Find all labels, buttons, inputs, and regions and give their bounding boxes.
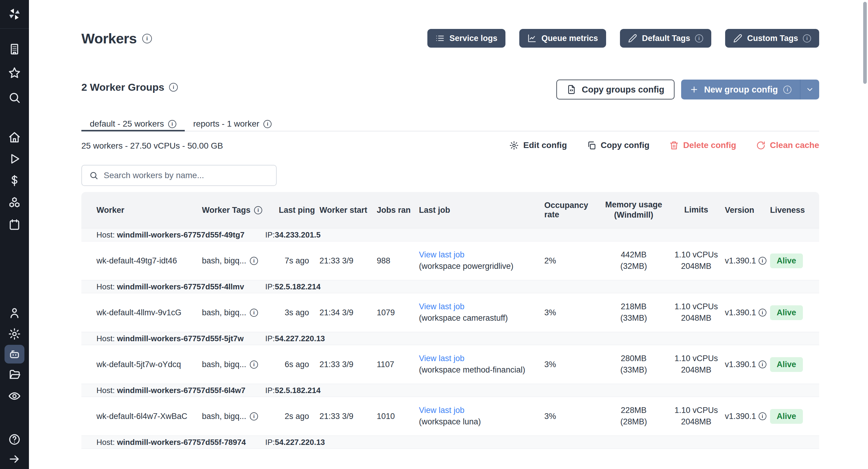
new-group-config-main[interactable]: New group config i <box>681 80 800 99</box>
version-info-icon[interactable]: i <box>758 257 767 264</box>
main-content: Workers i Service logsQueue metricsDefau… <box>29 0 868 469</box>
tab-info-icon[interactable]: i <box>264 120 272 128</box>
search-icon[interactable] <box>8 91 21 104</box>
new-group-config-button[interactable]: New group config i <box>681 80 819 99</box>
liveness: Alive <box>770 357 816 372</box>
scrollbar-thumb[interactable] <box>863 2 867 84</box>
column-header-5: Last job <box>419 206 539 215</box>
worker-row-0-0: wk-default-49tg7-idt46bash, bigq...i7s a… <box>82 242 819 280</box>
host-name: Host: windmill-workers-67757d55f-6l4w7 <box>96 386 265 395</box>
version-text: v1.390.1 <box>725 256 756 265</box>
building-icon[interactable] <box>8 43 21 56</box>
column-header-10: Liveness <box>770 206 816 215</box>
user-icon[interactable] <box>8 307 21 319</box>
memory-total: 228MB <box>600 405 668 416</box>
worker-tags-info-icon[interactable]: i <box>250 257 258 265</box>
view-last-job-link[interactable]: View last job <box>419 250 464 259</box>
column-header-label: Last ping <box>279 206 315 215</box>
host-ip: IP:52.5.182.214 <box>265 282 321 291</box>
view-last-job-link[interactable]: View last job <box>419 406 464 415</box>
worker-tags-info-icon[interactable]: i <box>250 361 258 369</box>
limit-cpu: 1.10 vCPUs <box>668 249 725 261</box>
action-label: Delete config <box>683 140 736 150</box>
version: v1.390.1i <box>725 412 770 421</box>
queue-metrics-button[interactable]: Queue metrics <box>519 29 606 48</box>
new-group-config-dropdown[interactable] <box>801 80 819 99</box>
limit-memory: 2048MB <box>668 365 725 376</box>
copy-icon <box>587 141 596 150</box>
workers-info-icon[interactable]: i <box>142 34 152 43</box>
button-info-icon[interactable]: i <box>695 34 703 42</box>
search-input[interactable] <box>104 170 269 180</box>
folders-icon[interactable] <box>8 368 21 381</box>
host-row-3: Host: windmill-workers-67757d55f-6l4w7IP… <box>82 384 819 397</box>
host-name: Host: windmill-workers-67757d55f-49tg7 <box>96 230 265 240</box>
limit-memory: 2048MB <box>668 313 725 324</box>
jobs-ran: 1010 <box>377 412 419 421</box>
tab-worker-group-1[interactable]: reports - 1 workeri <box>185 117 280 131</box>
view-last-job-link[interactable]: View last job <box>419 354 464 363</box>
home-icon[interactable] <box>8 131 21 144</box>
liveness: Alive <box>770 253 816 268</box>
host-label: Host: <box>96 230 117 239</box>
host-label: Host: <box>96 282 117 291</box>
version-info-icon[interactable]: i <box>758 309 767 316</box>
column-header-label: Liveness <box>770 206 805 215</box>
column-header-label: Worker <box>96 206 124 215</box>
worker-tags-info-icon[interactable]: i <box>250 309 258 317</box>
audit-eye-icon[interactable] <box>8 390 21 402</box>
last-job: View last job(workspace camerastuff) <box>419 301 539 324</box>
worker-tags-text: bash, bigq... <box>202 256 246 265</box>
custom-tags-button[interactable]: Custom Tagsi <box>725 29 819 48</box>
tab-worker-group-0[interactable]: default - 25 workersi <box>82 117 185 131</box>
column-header-8: Limits <box>668 205 725 215</box>
sidebar <box>0 0 29 469</box>
view-last-job-link[interactable]: View last job <box>419 302 464 311</box>
resources-boxes-icon[interactable] <box>8 196 21 209</box>
alive-badge: Alive <box>770 409 803 424</box>
host-label: Host: <box>96 386 117 395</box>
column-header-line2: (Windmill) <box>600 210 668 220</box>
memory-total: 280MB <box>600 353 668 365</box>
version-info-icon[interactable]: i <box>758 412 767 420</box>
workers-robot-icon[interactable] <box>8 348 21 361</box>
trash-icon <box>670 141 679 150</box>
settings-gear-icon[interactable] <box>8 327 21 340</box>
host-value: windmill-workers-67757d55f-78974 <box>117 438 246 447</box>
usage-dollar-icon[interactable] <box>8 174 21 187</box>
worker-start: 21:33 3/9 <box>319 256 377 265</box>
service-logs-button[interactable]: Service logs <box>427 29 505 48</box>
worker-search[interactable] <box>82 165 277 186</box>
copy-groups-config-label: Copy groups config <box>582 85 664 95</box>
version: v1.390.1i <box>725 308 770 317</box>
version-text: v1.390.1 <box>725 360 756 369</box>
windmill-logo[interactable] <box>0 0 29 29</box>
clean-cache-button[interactable]: Clean cache <box>756 140 819 150</box>
default-tags-button[interactable]: Default Tagsi <box>620 29 711 48</box>
edit-config-button[interactable]: Edit config <box>509 140 567 150</box>
worker-tags-text: bash, bigq... <box>202 308 246 317</box>
copy-config-button[interactable]: Copy config <box>587 140 650 150</box>
column-header-label: Jobs ran <box>377 206 411 215</box>
schedules-calendar-icon[interactable] <box>8 218 21 231</box>
action-label: Edit config <box>523 140 567 150</box>
version-info-icon[interactable]: i <box>758 361 767 368</box>
column-info-icon[interactable]: i <box>254 206 262 214</box>
help-icon[interactable] <box>8 433 21 446</box>
button-info-icon[interactable]: i <box>803 34 811 42</box>
worker-tags: bash, bigq...i <box>202 412 274 421</box>
favorites-star-icon[interactable] <box>8 67 21 79</box>
new-group-config-info-icon[interactable]: i <box>783 86 792 94</box>
memory-usage: 280MB(33MB) <box>600 353 668 376</box>
expand-arrow-icon[interactable] <box>8 453 21 465</box>
delete-config-button[interactable]: Delete config <box>670 140 736 150</box>
copy-groups-config-button[interactable]: Copy groups config <box>556 80 675 99</box>
worker-groups-info-icon[interactable]: i <box>169 83 178 92</box>
runs-play-icon[interactable] <box>8 153 21 165</box>
worker-tags-text: bash, bigq... <box>202 412 246 421</box>
tab-info-icon[interactable]: i <box>168 120 176 128</box>
worker-tags-info-icon[interactable]: i <box>250 412 258 420</box>
memory-windmill: (33MB) <box>600 365 668 376</box>
last-ping: 6s ago <box>274 360 319 369</box>
worker-name: wk-default-6l4w7-XwBaC <box>82 412 202 421</box>
